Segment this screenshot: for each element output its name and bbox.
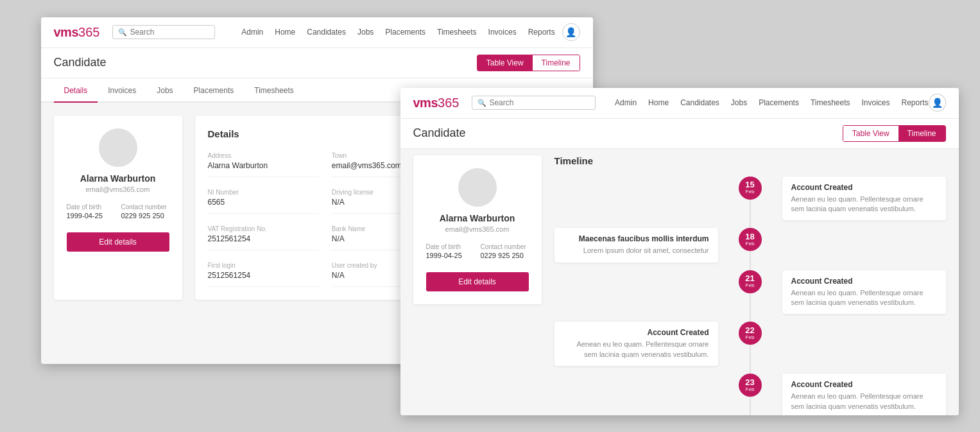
nav-jobs-2[interactable]: Jobs [731, 97, 747, 108]
timeline-left-1: Maecenas faucibus mollis interdum Lorem … [554, 228, 750, 262]
user-avatar-2[interactable]: 👤 [929, 94, 946, 112]
tab-details-1[interactable]: Details [54, 78, 98, 103]
timeline-card-title-3: Account Created [563, 328, 709, 337]
user-avatar-1[interactable]: 👤 [562, 23, 580, 41]
dob-item-1: Date of birth 1999-04-25 [67, 203, 115, 220]
avatar-2 [458, 168, 497, 207]
timeline-badge-2: 21Feb [739, 270, 762, 293]
timeline-row: Maecenas faucibus mollis interdum Lorem … [554, 228, 946, 262]
tab-jobs-1[interactable]: Jobs [146, 78, 183, 103]
timeline-card-title-0: Account Created [791, 183, 937, 192]
contact-value-2: 0229 925 250 [481, 252, 529, 259]
nav-candidates-1[interactable]: Candidates [307, 26, 346, 38]
profile-name-1: Alarna Warburton [80, 173, 156, 184]
timeline-card-0: Account Created Aenean eu leo quam. Pell… [782, 177, 946, 221]
view-toggle-1: Table View Timeline [477, 55, 580, 71]
timeline-card-title-2: Account Created [791, 277, 937, 286]
timeline-card-2: Account Created Aenean eu leo quam. Pell… [782, 270, 946, 315]
edit-details-btn-1[interactable]: Edit details [67, 232, 169, 252]
timeline-card-text-0: Aenean eu leo quam. Pellentesque ornare … [791, 194, 937, 214]
nav-invoices-1[interactable]: Invoices [488, 26, 517, 38]
nav-reports-2[interactable]: Reports [902, 97, 929, 108]
nav-home-2[interactable]: Home [648, 97, 669, 108]
field-vat-label: VAT Registration No. [208, 225, 319, 232]
contact-value-1: 0229 925 250 [121, 212, 169, 220]
tab-timesheets-1[interactable]: Timesheets [244, 78, 304, 103]
nav-admin-1[interactable]: Admin [241, 26, 263, 38]
nav-timesheets-2[interactable]: Timesheets [811, 97, 850, 108]
page-header-1: Candidate Table View Timeline [41, 48, 593, 78]
tab-invoices-1[interactable]: Invoices [98, 78, 146, 103]
field-vat: VAT Registration No. 2512561254 [208, 225, 319, 250]
nav-links-2: Admin Home Candidates Jobs Placements Ti… [615, 97, 928, 108]
timeline-card-text-3: Aenean eu leo quam. Pellentesque ornare … [563, 340, 709, 359]
contact-label-2: Contact number [481, 243, 529, 250]
table-view-btn-2[interactable]: Table View [843, 126, 898, 141]
logo-vms: vms [54, 25, 79, 40]
profile-email-1: email@vms365.com [86, 186, 150, 193]
profile-email-2: email@vms365.com [445, 225, 510, 233]
edit-details-btn-2[interactable]: Edit details [426, 272, 529, 291]
timeline-card-text-4: Aenean eu leo quam. Pellentesque ornare … [791, 392, 937, 411]
profile-meta-1: Date of birth 1999-04-25 Contact number … [67, 203, 169, 220]
nav-admin-2[interactable]: Admin [615, 97, 637, 108]
dob-label-1: Date of birth [67, 203, 115, 211]
nav-placements-1[interactable]: Placements [385, 26, 426, 38]
dob-value-1: 1999-04-25 [67, 212, 115, 220]
field-ni-label: NI Number [208, 189, 319, 196]
contact-item-1: Contact number 0229 925 250 [121, 203, 169, 220]
view-toggle-2: Table View Timeline [843, 125, 946, 142]
field-first-login: First login 2512561254 [208, 262, 319, 287]
profile-meta-2: Date of birth 1999-04-25 Contact number … [426, 243, 529, 259]
field-first-login-label: First login [208, 262, 319, 269]
search-input-2[interactable] [489, 98, 590, 107]
field-ni: NI Number 6565 [208, 189, 319, 214]
nav-timesheets-1[interactable]: Timesheets [437, 26, 477, 38]
page-title-2: Candidate [413, 126, 466, 140]
nav-links-1: Admin Home Candidates Jobs Placements Ti… [234, 26, 562, 38]
search-icon-2: 🔍 [477, 99, 486, 107]
timeline-title: Timeline [554, 155, 946, 166]
tab-placements-1[interactable]: Placements [184, 78, 245, 103]
search-box-2[interactable]: 🔍 [472, 96, 596, 110]
timeline-view-btn-2[interactable]: Timeline [898, 126, 945, 141]
search-box-1[interactable]: 🔍 [112, 25, 215, 39]
timeline-right-0: Account Created Aenean eu leo quam. Pell… [750, 177, 946, 221]
profile-card-1: Alarna Warburton email@vms365.com Date o… [54, 116, 182, 300]
nav-placements-2[interactable]: Placements [759, 97, 799, 108]
field-vat-value: 2512561254 [208, 234, 319, 243]
dob-item-2: Date of birth 1999-04-25 [426, 243, 474, 259]
timeline-card-text-2: Aenean eu leo quam. Pellentesque ornare … [791, 288, 937, 308]
timeline-badge-3: 22Feb [739, 322, 762, 345]
table-view-btn-1[interactable]: Table View [477, 55, 533, 71]
window-timeline: vms 365 🔍 Admin Home Candidates Jobs Pla… [400, 88, 959, 415]
dob-value-2: 1999-04-25 [426, 252, 474, 259]
nav-home-1[interactable]: Home [275, 26, 295, 38]
logo-2[interactable]: vms 365 [413, 96, 460, 110]
timeline-row: 15Feb Account Created Aenean eu leo quam… [554, 177, 946, 221]
search-input-1[interactable] [130, 28, 209, 37]
timeline-card-1: Maecenas faucibus mollis interdum Lorem … [554, 228, 718, 262]
field-first-login-value: 2512561254 [208, 271, 319, 280]
timeline-layout: Alarna Warburton email@vms365.com Date o… [400, 149, 959, 415]
timeline-badge-1: 18Feb [739, 228, 762, 251]
avatar-1 [99, 128, 137, 167]
nav-bar-1: vms 365 🔍 Admin Home Candidates Jobs Pla… [41, 17, 593, 48]
dob-label-2: Date of birth [426, 243, 474, 250]
nav-invoices-2[interactable]: Invoices [861, 97, 890, 108]
nav-candidates-2[interactable]: Candidates [680, 97, 719, 108]
timeline-card-4: Account Created Aenean eu leo quam. Pell… [782, 374, 946, 415]
search-icon-1: 🔍 [118, 28, 127, 37]
timeline-card-3: Account Created Aenean eu leo quam. Pell… [554, 322, 718, 366]
nav-jobs-1[interactable]: Jobs [357, 26, 374, 38]
timeline-card-title-4: Account Created [791, 380, 937, 389]
timeline-row: Account Created Aenean eu leo quam. Pell… [554, 322, 946, 366]
logo-1[interactable]: vms 365 [54, 25, 100, 40]
timeline-view-btn-1[interactable]: Timeline [533, 55, 580, 71]
page-header-2: Candidate Table View Timeline [400, 119, 959, 149]
field-address-value: Alarna Warburton [208, 161, 319, 170]
nav-reports-1[interactable]: Reports [528, 26, 555, 38]
timeline-badge-0: 15Feb [739, 177, 762, 200]
timeline-row: 21Feb Account Created Aenean eu leo quam… [554, 270, 946, 315]
profile-card-2: Alarna Warburton email@vms365.com Date o… [413, 155, 542, 304]
